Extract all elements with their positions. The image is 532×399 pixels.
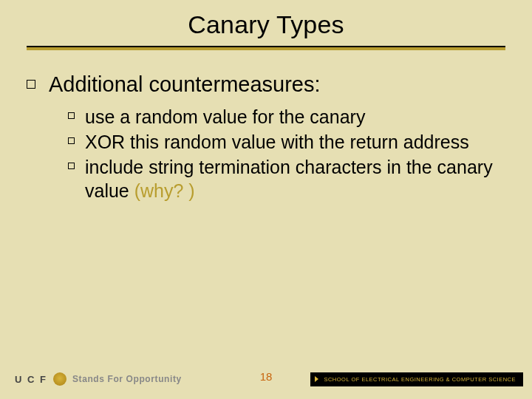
list-item: XOR this random value with the return ad… — [68, 130, 505, 154]
list-item: Additional countermeasures: — [27, 71, 505, 98]
heading-text: Additional countermeasures: — [49, 71, 321, 98]
bullet-text: XOR this random value with the return ad… — [85, 130, 469, 154]
content-area: Additional countermeasures: use a random… — [27, 71, 505, 204]
slide-title: Canary Types — [0, 10, 532, 39]
square-bullet-icon — [68, 112, 75, 119]
bullet-why: (why? ) — [129, 180, 195, 201]
bullet-text: include string termination characters in… — [85, 155, 505, 202]
ucf-tagline: Stands For Opportunity — [72, 374, 182, 384]
footer-left: U C F Stands For Opportunity — [15, 372, 182, 386]
list-item: include string termination characters in… — [68, 155, 505, 202]
footer: U C F Stands For Opportunity SCHOOL OF E… — [15, 369, 523, 389]
slide: Canary Types Additional countermeasures:… — [0, 0, 532, 399]
square-bullet-icon — [68, 137, 75, 144]
list-item: use a random value for the canary — [68, 105, 505, 129]
pegasus-seal-icon — [53, 372, 66, 386]
square-bullet-icon — [27, 80, 35, 89]
school-badge: SCHOOL OF ELECTRICAL ENGINEERING & COMPU… — [310, 372, 523, 386]
square-bullet-icon — [68, 163, 75, 169]
title-underline-black — [27, 46, 505, 47]
ucf-wordmark: U C F — [15, 374, 47, 385]
sub-list: use a random value for the canary XOR th… — [68, 105, 505, 202]
bullet-text: use a random value for the canary — [85, 105, 365, 129]
